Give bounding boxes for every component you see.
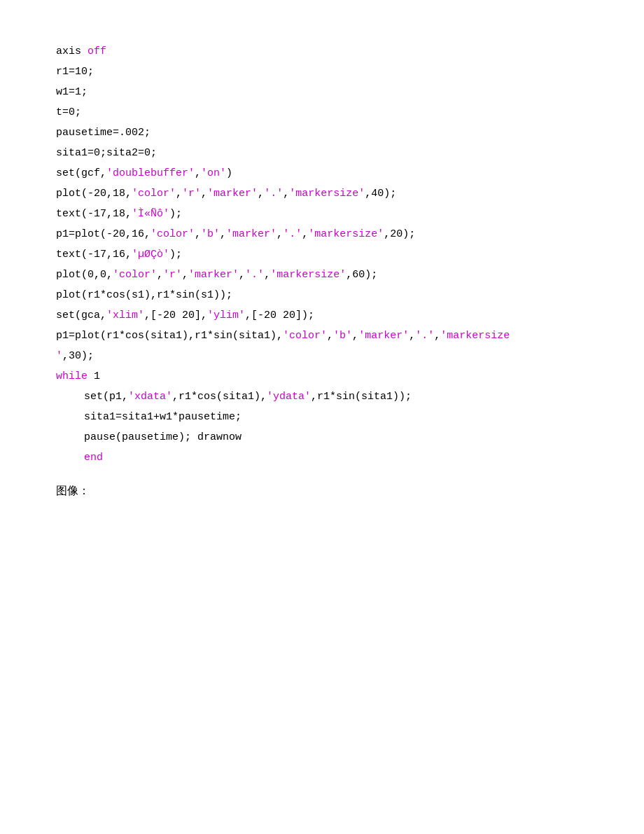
code-line-21: end: [56, 448, 588, 467]
code-line-7: set(gcf,'doublebuffer','on'): [56, 164, 588, 183]
code-line-11: text(-17,16,'µØÇò');: [56, 245, 588, 264]
code-line-1: axis off: [56, 42, 588, 61]
code-line-18: set(p1,'xdata',r1*cos(sita1),'ydata',r1*…: [56, 387, 588, 406]
code-line-6: sita1=0;sita2=0;: [56, 144, 588, 162]
code-line-9: text(-17,18,'Ì«Ñô');: [56, 204, 588, 223]
code-line-10: p1=plot(-20,16,'color','b','marker','.',…: [56, 225, 588, 244]
code-line-3: w1=1;: [56, 83, 588, 102]
code-line-15: p1=plot(r1*cos(sita1),r1*sin(sita1),'col…: [56, 326, 588, 345]
code-line-20: pause(pausetime); drawnow: [56, 428, 588, 447]
code-container: axis offr1=10;w1=1;t=0;pausetime=.002;si…: [56, 42, 588, 467]
code-line-8: plot(-20,18,'color','r','marker','.','ma…: [56, 184, 588, 203]
code-line-19: sita1=sita1+w1*pausetime;: [56, 408, 588, 426]
code-line-4: t=0;: [56, 103, 588, 122]
code-line-12: plot(0,0,'color','r','marker','.','marke…: [56, 265, 588, 284]
footer-label: 图像：: [56, 481, 588, 501]
code-line-13: plot(r1*cos(s1),r1*sin(s1));: [56, 286, 588, 305]
code-line-14: set(gca,'xlim',[-20 20],'ylim',[-20 20])…: [56, 306, 588, 325]
code-line-2: r1=10;: [56, 62, 588, 81]
code-line-5: pausetime=.002;: [56, 123, 588, 142]
code-line-17: while 1: [56, 367, 588, 386]
code-line-16: ',30);: [56, 347, 588, 366]
